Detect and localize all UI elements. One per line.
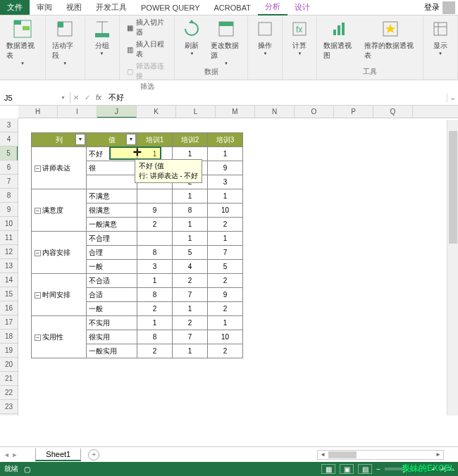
pivot-row[interactable]: −时间安排不合适122	[32, 274, 243, 288]
horizontal-scrollbar[interactable]: ◄►	[99, 450, 458, 460]
pivot-cell[interactable]: 7	[173, 288, 208, 302]
row-header-16[interactable]: 16	[0, 301, 18, 315]
pivot-value-label[interactable]: 不合理	[87, 232, 137, 246]
collapse-icon[interactable]: −	[35, 292, 41, 299]
row-header-18[interactable]: 18	[0, 330, 18, 344]
pivot-value-label[interactable]: 不满意	[87, 189, 137, 203]
pivot-cell[interactable]	[137, 189, 173, 203]
pivot-value-label[interactable]: 很满意	[87, 203, 137, 218]
cells-area[interactable]: 列▼值▼培训1培训2培训3−讲师表达不好111很7923−满意度不满意11很满意…	[18, 118, 458, 415]
insert-timeline-button[interactable]: ▥插入日程表	[123, 39, 171, 60]
vscroll-thumb[interactable]	[449, 131, 457, 244]
pivot-cell[interactable]: 1	[173, 189, 208, 203]
pivot-hdr-col[interactable]: 列▼	[32, 133, 87, 147]
collapse-icon[interactable]: −	[35, 250, 41, 256]
pivot-cell[interactable]: 1	[208, 147, 243, 161]
pivot-chart-button[interactable]: 数据透视图	[321, 17, 359, 62]
pivot-cell[interactable]: 3	[137, 260, 173, 274]
col-header-I[interactable]: I	[58, 106, 97, 118]
row-header-23[interactable]: 23	[0, 400, 18, 414]
active-field-button[interactable]: 活动字段▼	[49, 17, 81, 67]
pivot-value-label[interactable]: 一般	[87, 302, 137, 316]
pivot-cell[interactable]: 2	[137, 344, 173, 358]
pivot-cell[interactable]: 1	[208, 232, 243, 246]
add-sheet-button[interactable]: +	[88, 449, 99, 461]
formula-input[interactable]: 不好	[104, 91, 447, 104]
pivot-cell[interactable]: 10	[208, 330, 243, 344]
calc-button[interactable]: fx 计算▼	[286, 17, 313, 57]
pivot-cell[interactable]: 2	[173, 274, 208, 288]
tab-dev[interactable]: 开发工具	[89, 0, 134, 15]
pivot-value-label[interactable]: 一般满意	[87, 218, 137, 232]
pivot-table-button[interactable]: 数据透视表▼	[4, 17, 42, 67]
pivot-cell[interactable]: 9	[137, 203, 173, 218]
pivot-cell[interactable]: 10	[208, 203, 243, 218]
pivot-cell[interactable]: 2	[208, 344, 243, 358]
col-header-K[interactable]: K	[137, 106, 176, 118]
pivot-cell[interactable]: 4	[173, 260, 208, 274]
pivot-cell[interactable]: 1	[173, 218, 208, 232]
pivot-value-label[interactable]: 合理	[87, 246, 137, 260]
macro-record-icon[interactable]: ▢	[24, 465, 30, 473]
pivot-cell[interactable]: 2	[137, 218, 173, 232]
pivot-cell[interactable]: 2	[137, 302, 173, 316]
row-header-13[interactable]: 13	[0, 259, 18, 273]
show-button[interactable]: 显示▼	[427, 17, 454, 57]
row-header-8[interactable]: 8	[0, 189, 18, 203]
worksheet-grid[interactable]: HIJKLMNOPQ 34567891011121314151617181920…	[0, 106, 458, 415]
pivot-group-label[interactable]: −内容安排	[32, 232, 87, 274]
pivot-cell[interactable]: 1	[173, 302, 208, 316]
pivot-value-label[interactable]: 不实用	[87, 316, 137, 330]
pivot-cell[interactable]: 1	[173, 344, 208, 358]
group-button[interactable]: 分组▼	[89, 17, 116, 57]
pivot-group-label[interactable]: −时间安排	[32, 274, 87, 316]
pivot-cell[interactable]: 1	[208, 189, 243, 203]
collapse-icon[interactable]: −	[35, 165, 41, 172]
row-header-3[interactable]: 3	[0, 118, 18, 132]
pivot-row[interactable]: −实用性不实用121	[32, 316, 243, 330]
name-box[interactable]: J5▼	[0, 92, 70, 104]
zoom-out-button[interactable]: −	[376, 465, 380, 473]
pivot-group-label[interactable]: −实用性	[32, 316, 87, 358]
row-header-4[interactable]: 4	[0, 132, 18, 146]
tab-analyze[interactable]: 分析	[258, 0, 287, 15]
row-header-24[interactable]: 24	[0, 414, 18, 415]
collapse-icon[interactable]: −	[35, 208, 41, 214]
pivot-cell[interactable]: 1	[137, 274, 173, 288]
tab-review[interactable]: 审阅	[30, 0, 59, 15]
row-header-6[interactable]: 6	[0, 161, 18, 175]
pivot-cell[interactable]: 2	[208, 218, 243, 232]
pivot-cell[interactable]: 8	[137, 246, 173, 260]
row-header-9[interactable]: 9	[0, 203, 18, 217]
pivot-group-label[interactable]: −满意度	[32, 189, 87, 232]
pivot-cell[interactable]: 2	[208, 302, 243, 316]
insert-slicer-button[interactable]: ▦插入切片器	[123, 17, 171, 38]
row-header-22[interactable]: 22	[0, 386, 18, 400]
pivot-cell[interactable]: 1	[173, 232, 208, 246]
filter-icon[interactable]: ▼	[75, 134, 85, 145]
pivot-value-label[interactable]: 合适	[87, 288, 137, 302]
row-header-5[interactable]: 5	[0, 146, 18, 161]
pivot-value-label[interactable]	[87, 175, 137, 189]
row-header-21[interactable]: 21	[0, 372, 18, 386]
pivot-cell[interactable]: 2	[173, 316, 208, 330]
col-header-N[interactable]: N	[255, 106, 295, 118]
pivot-cell[interactable]: 8	[137, 330, 173, 344]
vertical-scrollbar[interactable]	[447, 120, 458, 415]
row-header-11[interactable]: 11	[0, 231, 18, 245]
login-area[interactable]: 登录	[424, 1, 458, 14]
tab-powerquery[interactable]: POWER QUERY	[134, 1, 207, 14]
row-header-7[interactable]: 7	[0, 175, 18, 189]
tab-file[interactable]: 文件	[0, 0, 30, 15]
pivot-group-label[interactable]: −讲师表达	[32, 147, 87, 189]
pivot-value-label[interactable]: 不合适	[87, 274, 137, 288]
pivot-cell[interactable]: 5	[173, 246, 208, 260]
row-header-19[interactable]: 19	[0, 344, 18, 358]
view-pagebreak-button[interactable]: ▤	[358, 464, 372, 474]
refresh-button[interactable]: 刷新▼	[178, 17, 205, 57]
view-layout-button[interactable]: ▣	[340, 464, 354, 474]
col-header-M[interactable]: M	[216, 106, 255, 118]
row-header-17[interactable]: 17	[0, 315, 18, 330]
col-header-P[interactable]: P	[334, 106, 373, 118]
pivot-hdr-val[interactable]: 值▼	[87, 133, 137, 147]
